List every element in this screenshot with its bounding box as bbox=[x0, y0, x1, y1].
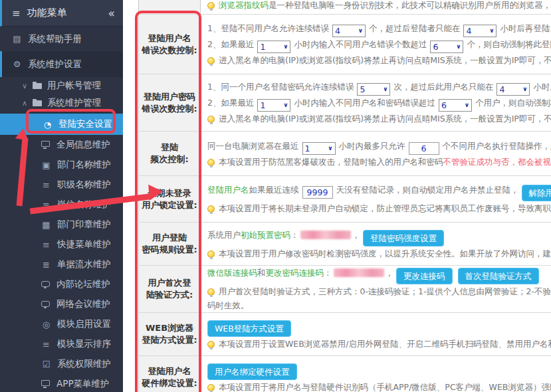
chevron-up-icon: ∧ bbox=[22, 99, 29, 108]
folder-icon bbox=[33, 83, 42, 89]
password-error-threshold-select[interactable]: 6∨ bbox=[439, 99, 472, 112]
username-error-threshold-select[interactable]: 6∨ bbox=[430, 41, 463, 53]
login-security-settings-page: ≡ 功能菜单 « ▤ 系统帮助手册 ⚙ 系统维护设置 ∨ 用户帐号管理 ∧ 系统… bbox=[0, 0, 551, 392]
sidebar-item-rank-name[interactable]: ≡ 职级名称维护 bbox=[0, 175, 123, 195]
row-label: WEB浏览器登陆方式设置: bbox=[139, 313, 201, 355]
chevron-down-icon: ∨ bbox=[22, 82, 29, 90]
stamp-card-icon: ▦ bbox=[41, 220, 51, 230]
chevron-down-icon: ∨ bbox=[283, 40, 288, 53]
chevron-down-icon: ∨ bbox=[383, 82, 387, 96]
comments-icon bbox=[41, 281, 50, 287]
chevron-down-icon: ∨ bbox=[489, 24, 494, 37]
row-label: 登陆频次控制: bbox=[139, 132, 201, 175]
row-label: 登陆用户密码错误次数控制: bbox=[139, 74, 201, 131]
org-icon: ▣ bbox=[41, 160, 51, 170]
row-label: 用户首次登陆验证方式: bbox=[139, 266, 201, 312]
lightbulb-icon bbox=[207, 159, 215, 166]
row-label: 长期未登录用户锁定设置: bbox=[139, 176, 201, 222]
row-username-error-control: 登陆用户名错误次数控制: 1、登陆不同用户名允许连续错误4∨个，超过后登陆者只能… bbox=[139, 15, 551, 74]
username-error-count-select[interactable]: 4∨ bbox=[332, 25, 366, 37]
chevron-down-icon: ∨ bbox=[283, 98, 288, 112]
sidebar-title: 功能菜单 bbox=[27, 7, 67, 19]
main-content: 浏览器指纹码是一种登陆电脑唯一身份识别技术，此技术可以精确识别用户所用的浏览器，… bbox=[123, 0, 551, 392]
max-usernames-input[interactable]: 6 bbox=[409, 142, 439, 155]
lightbulb-icon bbox=[207, 2, 215, 9]
recent-hours-select[interactable]: 1∨ bbox=[257, 41, 290, 53]
sidebar-group-system-maintenance-mgmt[interactable]: ∧ 系统维护管理 bbox=[0, 94, 123, 112]
lightbulb-icon bbox=[207, 116, 215, 123]
sidebar-item-help-manual[interactable]: ▤ 系统帮助手册 bbox=[0, 27, 123, 51]
sidebar: ≡ 功能菜单 « ▤ 系统帮助手册 ⚙ 系统维护设置 ∨ 用户帐号管理 ∧ 系统… bbox=[0, 0, 123, 392]
redacted-initial-password bbox=[300, 231, 351, 239]
sidebar-item-login-security-settings[interactable]: ◔ 登陆安全设置 bbox=[0, 114, 123, 135]
sidebar-item-post-name[interactable]: ≡ 岗位名称维护 bbox=[0, 195, 123, 215]
row-label-empty bbox=[139, 0, 201, 14]
row-label: 用户登陆密码规则设置: bbox=[139, 223, 201, 265]
sidebar-item-quick-menu[interactable]: ≡ 快捷菜单维护 bbox=[0, 235, 123, 254]
chevron-down-icon: ∨ bbox=[328, 142, 332, 155]
row-hardware-binding: 登陆用户名硬件绑定设置: 用户名绑定硬件设置 本项设置用于将用户名与登陆硬件识别… bbox=[139, 356, 551, 392]
row-web-login-mode: WEB浏览器登陆方式设置: WEB登陆方式设置 本项设置用于设置WEB浏览器禁用… bbox=[139, 313, 551, 356]
row-password-rule-settings: 用户登陆密码规则设置: 系统用户初始预置密码：，登陆密码强度设置 本项设置用于用… bbox=[139, 223, 551, 266]
row-label: 登陆用户名错误次数控制: bbox=[139, 15, 201, 74]
lightbulb-icon bbox=[207, 57, 215, 64]
bars-icon: ≡ bbox=[41, 240, 51, 250]
sidebar-header: ≡ 功能菜单 « bbox=[0, 0, 123, 27]
ordered-list-icon: ≣ bbox=[41, 260, 51, 270]
sidebar-item-global-info[interactable]: 全局信息维护 bbox=[0, 135, 123, 155]
menu-list-icon: ≡ bbox=[12, 7, 21, 19]
folder-icon bbox=[33, 100, 42, 106]
password-strength-settings-button[interactable]: 登陆密码强度设置 bbox=[363, 230, 444, 246]
inactive-days-input[interactable]: 9999 bbox=[302, 186, 333, 199]
web-login-mode-settings-button[interactable]: WEB登陆方式设置 bbox=[207, 320, 291, 337]
frequency-hours-select[interactable]: 1∨ bbox=[302, 142, 336, 155]
lightbulb-icon bbox=[207, 341, 215, 348]
book-icon: ▤ bbox=[12, 34, 22, 44]
sidebar-group-user-account-mgmt[interactable]: ∨ 用户帐号管理 bbox=[0, 77, 123, 94]
sidebar-item-web-conference[interactable]: 网络会议维护 bbox=[0, 294, 123, 314]
username-lock-hours-select[interactable]: 4∨ bbox=[463, 25, 496, 37]
sidebar-item-system-permission[interactable]: ☑ 系统权限维护 bbox=[0, 354, 123, 374]
comment-dots-icon bbox=[41, 301, 50, 307]
lightbulb-icon bbox=[207, 288, 215, 296]
password-lock-hours-select[interactable]: 4∨ bbox=[496, 83, 530, 96]
chevron-down-icon: ∨ bbox=[465, 98, 469, 112]
chevron-down-icon: ∨ bbox=[358, 24, 363, 37]
collapse-sidebar-icon[interactable]: « bbox=[108, 7, 115, 20]
row-first-login-verification: 用户首次登陆验证方式: 微信版连接码和更改密码连接码：，更改连接码首次登陆验证方… bbox=[139, 266, 551, 313]
chevron-down-icon: ∨ bbox=[522, 82, 527, 96]
unlock-user-button[interactable]: 解除用户锁定 bbox=[522, 185, 551, 201]
sidebar-item-document-serial[interactable]: ≣ 单据流水维护 bbox=[0, 254, 123, 274]
sidebar-item-system-maintenance-settings[interactable]: ⚙ 系统维护设置 bbox=[0, 51, 123, 77]
desktop-icon bbox=[41, 380, 50, 386]
lightbulb-icon bbox=[207, 205, 215, 213]
sidebar-item-module-sort[interactable]: ≡ 模块显示排序 bbox=[0, 334, 123, 354]
check-square-icon: ☑ bbox=[41, 359, 51, 369]
redacted-connection-code bbox=[334, 268, 384, 277]
sidebar-item-department-name[interactable]: ▣ 部门名称维护 bbox=[0, 155, 123, 175]
sidebar-item-module-enable[interactable]: ◎ 模块启用设置 bbox=[0, 314, 123, 334]
list-icon: ≡ bbox=[41, 200, 51, 210]
lightbulb-icon bbox=[207, 384, 215, 391]
row-browser-fingerprint-hint: 浏览器指纹码是一种登陆电脑唯一身份识别技术，此技术可以精确识别用户所用的浏览器，… bbox=[139, 0, 551, 15]
bars-icon: ≡ bbox=[41, 340, 51, 349]
change-connection-code-button[interactable]: 更改连接码 bbox=[396, 268, 453, 284]
row-inactive-user-lock: 长期未登录用户锁定设置: 登陆用户名如果最近连续9999天没有登陆记录，则自动锁… bbox=[139, 176, 551, 223]
monitor-icon bbox=[41, 141, 50, 147]
lightbulb-icon bbox=[207, 250, 215, 258]
password-error-count-select[interactable]: 5∨ bbox=[357, 83, 390, 96]
sidebar-item-department-seal[interactable]: ▦ 部门印章维护 bbox=[0, 215, 123, 235]
list-icon: ≡ bbox=[41, 180, 51, 190]
row-label: 登陆用户名硬件绑定设置: bbox=[139, 356, 201, 392]
sidebar-item-app-menu[interactable]: APP菜单维护 bbox=[0, 374, 123, 392]
first-login-verification-button[interactable]: 首次登陆验证方式 bbox=[458, 268, 539, 284]
chevron-down-icon: ∨ bbox=[456, 40, 461, 53]
clock-icon: ◔ bbox=[43, 120, 53, 130]
sidebar-item-internal-forum[interactable]: 内部论坛维护 bbox=[0, 274, 123, 294]
power-icon: ◎ bbox=[41, 320, 51, 330]
settings-table: 浏览器指纹码是一种登陆电脑唯一身份识别技术，此技术可以精确识别用户所用的浏览器，… bbox=[138, 0, 551, 392]
row-password-error-control: 登陆用户密码错误次数控制: 1、同一个用户名登陆密码允许连续错误5∨次，超过后此… bbox=[139, 74, 551, 132]
wrench-icon: ⚙ bbox=[12, 59, 22, 69]
recent-hours-select2[interactable]: 1∨ bbox=[257, 99, 290, 112]
username-hardware-binding-button[interactable]: 用户名绑定硬件设置 bbox=[207, 363, 297, 380]
